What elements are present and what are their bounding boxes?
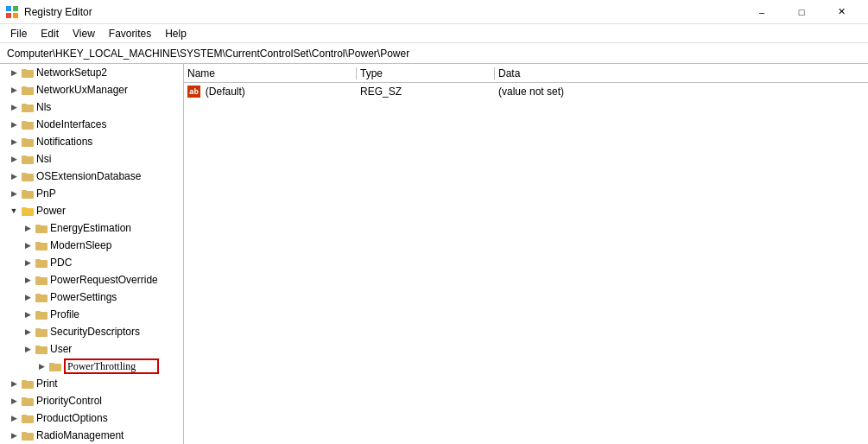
svg-rect-3 — [13, 13, 18, 18]
tree-label: SecurityDescriptors — [50, 326, 140, 338]
folder-icon — [21, 66, 35, 79]
tree-item-powerrequestoverride[interactable]: ▶ PowerRequestOverride — [0, 271, 183, 289]
svg-rect-19 — [22, 190, 27, 193]
svg-rect-45 — [22, 415, 27, 417]
svg-rect-17 — [22, 173, 27, 175]
expand-arrow: ▶ — [7, 375, 21, 392]
row-name: ab (Default) — [184, 86, 357, 98]
tree-item-pdc[interactable]: ▶ PDC — [0, 254, 183, 271]
tree-item-modernsleep[interactable]: ▶ ModernSleep — [0, 237, 183, 254]
expand-arrow: ▶ — [21, 289, 35, 306]
menu-edit[interactable]: Edit — [34, 26, 66, 41]
expand-arrow: ▶ — [21, 340, 35, 358]
tree-label: Profile — [50, 308, 79, 320]
tree-label: NetworkSetup2 — [36, 67, 107, 79]
col-header-type: Type — [357, 67, 495, 79]
svg-rect-33 — [35, 311, 41, 314]
tree-item-radiomanagement[interactable]: ▶ RadioManagement — [0, 427, 183, 444]
menu-bar: File Edit View Favorites Help — [0, 24, 868, 43]
svg-rect-7 — [22, 86, 27, 89]
svg-rect-29 — [35, 276, 41, 279]
tree-item-power[interactable]: ▼ Power — [0, 202, 183, 219]
folder-icon — [21, 100, 35, 114]
tree-label: EnergyEstimation — [50, 222, 131, 234]
app-icon — [5, 5, 19, 19]
close-button[interactable]: ✕ — [821, 0, 861, 24]
row-type: REG_SZ — [357, 86, 495, 98]
expand-arrow: ▶ — [21, 323, 35, 340]
tree-item-powerthrottling-editing[interactable]: ▶ — [0, 358, 183, 375]
tree-item-pnp[interactable]: ▶ PnP — [0, 185, 183, 202]
svg-rect-11 — [22, 121, 27, 124]
svg-rect-23 — [35, 225, 41, 227]
maximize-button[interactable]: □ — [782, 0, 821, 24]
app-title: Registry Editor — [24, 6, 92, 18]
svg-rect-41 — [22, 380, 27, 383]
expand-arrow: ▶ — [21, 271, 35, 289]
tree-item-energyestimation[interactable]: ▶ EnergyEstimation — [0, 219, 183, 237]
tree-item-networkuxmanager[interactable]: ▶ NetworkUxManager — [0, 81, 183, 98]
svg-rect-15 — [22, 155, 27, 158]
expand-arrow: ▶ — [21, 306, 35, 323]
svg-rect-2 — [6, 13, 11, 18]
expand-arrow: ▶ — [7, 64, 21, 81]
tree-item-profile[interactable]: ▶ Profile — [0, 306, 183, 323]
svg-rect-39 — [49, 363, 54, 365]
right-panel: Name Type Data ab (Default) REG_SZ (valu… — [184, 64, 868, 444]
folder-icon — [21, 169, 35, 183]
table-header: Name Type Data — [184, 64, 868, 83]
reg-sz-icon: ab — [187, 86, 200, 98]
tree-item-securitydescriptors[interactable]: ▶ SecurityDescriptors — [0, 323, 183, 340]
folder-icon — [21, 135, 35, 149]
tree-panel[interactable]: ▶ NetworkSetup2 ▶ NetworkUxManager ▶ Nls… — [0, 64, 184, 444]
svg-rect-27 — [35, 259, 41, 262]
svg-rect-21 — [22, 207, 27, 210]
tree-item-powersettings[interactable]: ▶ PowerSettings — [0, 289, 183, 306]
tree-item-nodeinterfaces[interactable]: ▶ NodeInterfaces — [0, 116, 183, 133]
svg-rect-43 — [22, 397, 27, 400]
svg-rect-5 — [22, 69, 27, 72]
tree-label: Nsi — [36, 153, 51, 165]
row-name-label: (Default) — [206, 86, 245, 98]
tree-label: NetworkUxManager — [36, 84, 128, 96]
expand-arrow-expanded: ▼ — [7, 202, 21, 219]
menu-view[interactable]: View — [66, 26, 102, 41]
registry-table: Name Type Data ab (Default) REG_SZ (valu… — [184, 64, 868, 444]
expand-arrow: ▶ — [7, 81, 21, 98]
tree-item-osextdatabase[interactable]: ▶ OSExtensionDatabase — [0, 168, 183, 185]
rename-input[interactable] — [64, 358, 159, 374]
tree-label: PowerSettings — [50, 291, 117, 303]
svg-rect-37 — [35, 346, 41, 348]
expand-arrow: ▶ — [21, 254, 35, 271]
minimize-button[interactable]: – — [742, 0, 782, 24]
tree-item-print[interactable]: ▶ Print — [0, 375, 183, 392]
svg-rect-9 — [22, 104, 27, 106]
folder-icon — [21, 117, 35, 131]
folder-icon — [21, 428, 35, 442]
svg-rect-1 — [13, 6, 18, 11]
tree-item-productoptions[interactable]: ▶ ProductOptions — [0, 409, 183, 427]
svg-rect-47 — [22, 432, 27, 434]
tree-item-prioritycontrol[interactable]: ▶ PriorityControl — [0, 392, 183, 409]
tree-label: User — [50, 343, 72, 355]
tree-item-nls[interactable]: ▶ Nls — [0, 98, 183, 116]
tree-label: PriorityControl — [36, 395, 102, 407]
folder-icon — [35, 238, 48, 252]
tree-label: PnP — [36, 187, 56, 200]
folder-icon — [48, 359, 62, 373]
svg-rect-0 — [6, 6, 11, 11]
table-row[interactable]: ab (Default) REG_SZ (value not set) — [184, 83, 868, 100]
menu-help[interactable]: Help — [158, 26, 193, 41]
tree-label: NodeInterfaces — [36, 118, 106, 130]
tree-item-notifications[interactable]: ▶ Notifications — [0, 133, 183, 150]
menu-favorites[interactable]: Favorites — [102, 26, 158, 41]
folder-icon — [21, 83, 35, 97]
menu-file[interactable]: File — [3, 26, 34, 41]
expand-arrow: ▶ — [7, 133, 21, 150]
tree-item-user[interactable]: ▶ User — [0, 340, 183, 358]
folder-icon — [21, 152, 35, 166]
tree-item-nsi[interactable]: ▶ Nsi — [0, 150, 183, 168]
tree-item-networksetup2[interactable]: ▶ NetworkSetup2 — [0, 64, 183, 81]
expand-arrow: ▶ — [35, 358, 48, 375]
folder-icon — [35, 221, 48, 235]
